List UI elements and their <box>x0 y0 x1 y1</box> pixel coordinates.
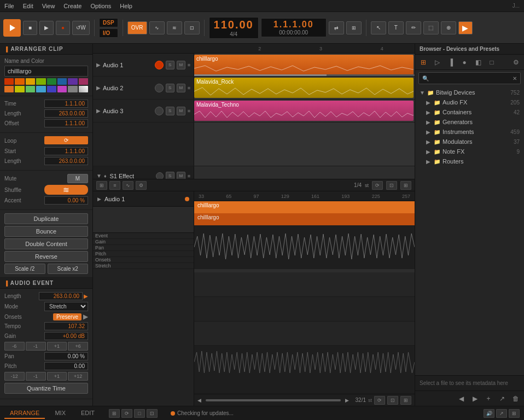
wave-btn2[interactable]: ≋ <box>167 21 182 34</box>
menu-help[interactable]: Help <box>120 3 132 9</box>
mode-select[interactable]: Stretch <box>44 302 88 311</box>
track-menu-s1[interactable]: ≡ <box>188 173 190 179</box>
mix-tab[interactable]: MIX <box>49 408 71 419</box>
color-orange-dark[interactable] <box>15 78 24 85</box>
pencil-btn[interactable]: ✏ <box>406 21 421 34</box>
track-mute-1[interactable]: M <box>177 61 185 69</box>
mode-btn[interactable]: ▶ <box>458 21 473 34</box>
footer-loop-btn[interactable]: ⟳ <box>372 181 383 190</box>
stop-btn[interactable]: ■ <box>23 21 37 35</box>
track-mute-2[interactable]: M <box>177 84 185 92</box>
browser-tab-devices[interactable]: ⊞ <box>417 57 429 68</box>
detail-footer-loop[interactable]: ⟳ <box>374 396 385 405</box>
tree-item-routers[interactable]: ▶ 📁 Routers <box>415 156 524 166</box>
reverse-btn[interactable]: Reverse <box>4 251 88 262</box>
tree-item-generators[interactable]: ▶ 📁 Generators <box>415 117 524 127</box>
color-orange-light[interactable] <box>26 78 35 85</box>
shuffle-btn[interactable]: ≋ <box>44 185 88 195</box>
track-content-s1[interactable] <box>194 166 415 179</box>
track-rec-1[interactable] <box>155 61 164 69</box>
detail-footer-snap[interactable]: ⊡ <box>387 396 398 405</box>
tree-item-notefx[interactable]: ▶ 📁 Note FX 9 <box>415 147 524 156</box>
select-btn[interactable]: ⬚ <box>423 21 439 34</box>
menu-edit[interactable]: Edit <box>23 3 33 9</box>
footer-settings-btn[interactable]: ⚙ <box>136 181 147 190</box>
track-mute-3[interactable]: M <box>177 107 185 115</box>
color-blue[interactable] <box>57 78 67 85</box>
track-expand-s1[interactable]: ▼ <box>96 173 102 179</box>
browser-tab-presets[interactable]: ▷ <box>431 57 443 68</box>
color-magenta[interactable] <box>57 86 67 92</box>
footer-more-btn[interactable]: ⊞ <box>400 181 411 190</box>
track-menu-2[interactable]: ≡ <box>188 85 190 91</box>
onsets-arrow[interactable]: ▶ <box>83 313 88 320</box>
record-btn[interactable]: ● <box>56 21 70 35</box>
tree-item-modulators[interactable]: ▶ 📁 Modulators 37 <box>415 137 524 147</box>
color-green[interactable] <box>47 78 56 85</box>
browser-export-btn[interactable]: ↗ <box>496 393 508 404</box>
footer-wave-btn[interactable]: ∿ <box>123 181 133 190</box>
color-orange[interactable] <box>4 86 14 92</box>
detail-clip-orange[interactable]: chilllargo <box>194 201 415 213</box>
track-rec-s1[interactable] <box>156 172 164 179</box>
browser-tab-files[interactable]: ◧ <box>472 57 484 68</box>
loop-toggle-btn[interactable]: ⟳ <box>44 136 88 144</box>
zoom-btn[interactable]: ⊕ <box>441 21 456 34</box>
detail-clip-area[interactable]: chilllargo chilllargo <box>194 201 415 394</box>
browser-tab-plugins[interactable]: ● <box>458 57 470 68</box>
track-rec-2[interactable] <box>155 84 164 92</box>
track-solo-s1[interactable]: S <box>166 172 174 179</box>
search-clear-btn[interactable]: ✕ <box>513 75 517 81</box>
menu-view[interactable]: View <box>42 3 55 9</box>
metro-btn[interactable]: ⊞ <box>346 21 362 34</box>
tempo-display[interactable]: 110.00 4/4 <box>209 17 259 39</box>
play-btn[interactable]: ▶ <box>39 21 54 35</box>
clip-audio1[interactable]: chilllargo <box>194 55 414 75</box>
cursor-btn[interactable]: ↖ <box>371 21 386 34</box>
track-content-3[interactable]: Malavida_Techno <box>194 100 415 122</box>
pitch-minus12-btn[interactable]: -12 <box>4 372 25 381</box>
track-menu-3[interactable]: ≡ <box>188 108 190 114</box>
quantize-time-btn[interactable]: Quantize Time <box>4 383 88 394</box>
detail-scroll-right[interactable]: ▶ <box>345 398 349 403</box>
browser-tab-packages[interactable]: □ <box>486 57 498 68</box>
browser-fwd-btn[interactable]: ▶ <box>469 393 481 404</box>
track-mute-s1[interactable]: M <box>177 172 185 179</box>
main-btn[interactable] <box>3 19 21 37</box>
wave-btn1[interactable]: ∿ <box>149 21 165 34</box>
menu-file[interactable]: File <box>4 3 14 9</box>
browser-tab-samples[interactable]: ▐ <box>445 57 457 68</box>
menu-create[interactable]: Create <box>63 3 81 9</box>
tree-item-bitwig[interactable]: ▼ 📁 Bitwig Devices 752 <box>415 88 524 97</box>
mute-btn[interactable]: M <box>67 174 88 183</box>
tree-item-audiofx[interactable]: ▶ 📁 Audio FX 205 <box>415 97 524 107</box>
track-expand-2[interactable]: ▶ <box>96 85 101 91</box>
bottom-right-btn1[interactable]: 🔊 <box>484 409 494 418</box>
color-indigo[interactable] <box>47 86 56 92</box>
gain-plus1-btn[interactable]: +1 <box>47 342 67 351</box>
text-btn[interactable]: T <box>388 21 404 34</box>
pitch-minus1-btn[interactable]: -1 <box>26 372 46 381</box>
gain-plus6-btn[interactable]: +6 <box>68 342 88 351</box>
arrange-tab[interactable]: ARRANGE <box>4 408 45 419</box>
footer-list-btn[interactable]: ≡ <box>109 181 120 190</box>
color-gray[interactable] <box>68 86 77 92</box>
tree-item-containers[interactable]: ▶ 📁 Containers 42 <box>415 107 524 117</box>
track-expand-1[interactable]: ▶ <box>96 62 101 68</box>
double-content-btn[interactable]: Double Content <box>4 238 88 249</box>
detail-clip-sub[interactable]: chilllargo <box>194 213 415 225</box>
color-cyan[interactable] <box>36 86 45 92</box>
wave-btn3[interactable]: ⊡ <box>184 21 200 34</box>
color-multi[interactable] <box>79 86 88 92</box>
menu-options[interactable]: Options <box>90 3 111 9</box>
track-expand-3[interactable]: ▶ <box>96 108 101 114</box>
bounce-btn[interactable]: Bounce <box>4 226 88 237</box>
track-solo-2[interactable]: S <box>166 84 174 92</box>
loop-toggle-btn[interactable]: ↺W <box>72 21 90 35</box>
gain-minus1-btn[interactable]: -1 <box>26 342 46 351</box>
bottom-btn3[interactable]: □ <box>134 409 145 418</box>
gain-minus6-btn[interactable]: -6 <box>4 342 25 351</box>
color-red[interactable] <box>4 78 14 85</box>
track-solo-1[interactable]: S <box>166 61 174 69</box>
track-content-1[interactable]: chilllargo <box>194 54 415 76</box>
